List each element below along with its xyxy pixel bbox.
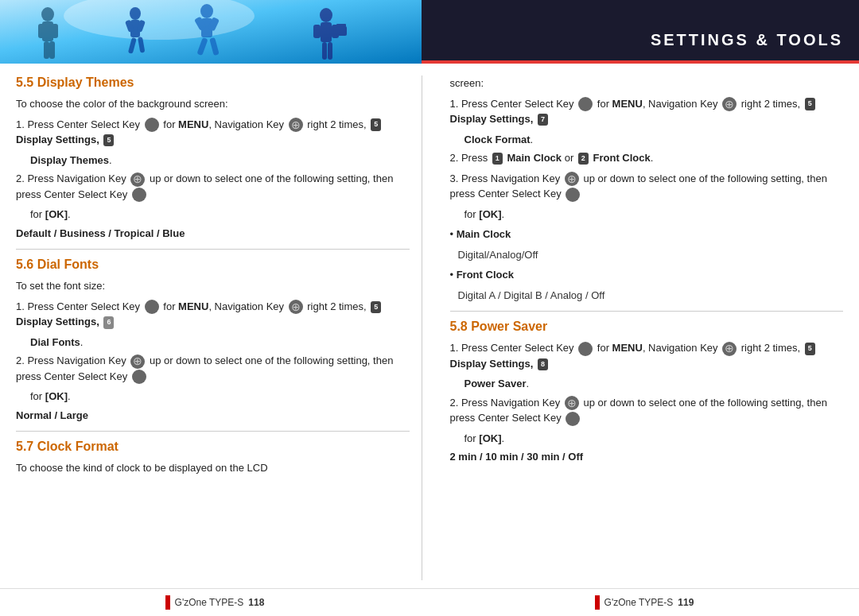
nav-key-icon-4: [130, 354, 145, 369]
step-5-5-1b: Display Themes.: [16, 153, 410, 169]
left-column: 5.5 Display Themes To choose the color o…: [16, 76, 422, 580]
step-5-5-2: 2. Press Navigation Key up or down to se…: [16, 171, 410, 202]
svg-rect-27: [336, 24, 346, 27]
nav-key-icon-3: [289, 300, 303, 314]
footer: G'zOne TYPE-S 118 G'zOne TYPE-S 119: [0, 588, 859, 616]
key-badge-1: 1: [492, 153, 503, 165]
bullet-main-clock-label: • Main Clock: [450, 227, 844, 242]
svg-rect-25: [328, 42, 332, 60]
brand-bar-right: [595, 595, 600, 610]
footer-left: G'zOne TYPE-S 118: [0, 595, 430, 610]
section-heading-5-5: 5.5 Display Themes: [16, 76, 410, 90]
page-number-right: 119: [678, 597, 694, 608]
header-image: [0, 0, 422, 64]
options-5-6: Normal / Large: [16, 408, 410, 424]
footer-brand-right: G'zOne TYPE-S 119: [595, 595, 694, 610]
svg-rect-26: [336, 26, 347, 36]
key-badge-5d: 5: [805, 98, 815, 110]
bullet-main-clock-sub: Digital/Analog/Off: [450, 247, 844, 263]
divider-3: [450, 311, 844, 312]
svg-rect-4: [38, 24, 45, 38]
svg-point-2: [41, 7, 54, 21]
section-5-7: 5.7 Clock Format To choose the kind of c…: [16, 440, 410, 476]
section-5-6-intro: To set the font size:: [16, 278, 410, 294]
step-5-6-2: 2. Press Navigation Key up or down to se…: [16, 353, 410, 384]
center-key-icon-5: [578, 97, 593, 111]
step-5-7-1: 1. Press Center Select Key for MENU, Nav…: [450, 96, 844, 127]
nav-key-icon-2: [130, 172, 145, 187]
brand-name-right: G'zOne TYPE-S: [604, 597, 674, 608]
step-5-8-1b: Power Saver.: [450, 376, 844, 392]
step-5-8-2: 2. Press Navigation Key up or down to se…: [450, 395, 844, 426]
center-key-icon-7: [578, 342, 593, 356]
key-badge-2: 2: [578, 153, 589, 165]
svg-rect-5: [52, 24, 58, 38]
center-key-icon-6: [566, 188, 580, 202]
step-5-5-1: 1. Press Center Select Key for MENU, Nav…: [16, 117, 410, 148]
settings-tools-title: SETTINGS & TOOLS: [651, 31, 843, 57]
svg-rect-22: [313, 25, 321, 38]
options-5-8: 2 min / 10 min / 30 min / Off: [450, 449, 844, 465]
section-5-7-steps: 1. Press Center Select Key for MENU, Nav…: [450, 96, 844, 304]
bullet-main-clock: • Main Clock Digital/Analog/Off: [450, 227, 844, 262]
svg-rect-21: [321, 22, 332, 42]
nav-key-icon-5: [722, 97, 737, 111]
header: SETTINGS & TOOLS: [0, 0, 859, 64]
divider-2: [16, 431, 410, 432]
step-5-5-2b: for [OK].: [16, 207, 410, 223]
right-column: screen: 1. Press Center Select Key for M…: [446, 76, 844, 580]
bullet-front-clock-sub: Digital A / Digital B / Analog / Off: [450, 288, 844, 304]
svg-point-20: [320, 8, 332, 22]
key-badge-5a: 5: [371, 118, 381, 131]
step-5-7-2: 2. Press 1 Main Clock or 2 Front Clock.: [450, 150, 844, 166]
step-5-7-3: 3. Press Navigation Key up or down to se…: [450, 171, 844, 202]
right-intro: screen:: [450, 76, 844, 91]
section-5-5: 5.5 Display Themes To choose the color o…: [16, 76, 410, 241]
nav-key-icon-8: [565, 396, 579, 410]
svg-point-8: [130, 7, 141, 20]
footer-brand-left: G'zOne TYPE-S 118: [165, 595, 265, 610]
section-5-8: 5.8 Power Saver 1. Press Center Select K…: [450, 320, 844, 465]
bullet-front-clock-label: • Front Clock: [450, 267, 844, 283]
section-5-7-intro: To choose the kind of clock to be displa…: [16, 460, 410, 476]
center-key-icon-8: [566, 412, 580, 426]
header-title-bar: SETTINGS & TOOLS: [422, 0, 859, 64]
step-5-6-2b: for [OK].: [16, 389, 410, 405]
step-5-7-3b: for [OK].: [450, 207, 844, 223]
center-key-icon: [145, 118, 159, 132]
svg-rect-24: [322, 42, 327, 60]
section-heading-5-6: 5.6 Dial Fonts: [16, 258, 410, 272]
brand-name-left: G'zOne TYPE-S: [175, 597, 244, 608]
step-5-8-2b: for [OK].: [450, 431, 844, 447]
svg-point-14: [200, 4, 213, 18]
bullet-front-clock: • Front Clock Digital A / Digital B / An…: [450, 267, 844, 303]
nav-key-icon-6: [565, 172, 579, 186]
divider-1: [16, 249, 410, 250]
nav-key-icon-7: [722, 342, 737, 356]
footer-right: G'zOne TYPE-S 119: [430, 595, 859, 610]
section-5-5-intro: To choose the color of the background sc…: [16, 96, 410, 112]
key-badge-5b: 5: [103, 134, 114, 147]
svg-rect-7: [49, 41, 55, 59]
key-badge-6: 6: [103, 316, 114, 329]
page-number-left: 118: [248, 597, 264, 608]
options-5-5: Default / Business / Tropical / Blue: [16, 226, 410, 242]
step-5-6-1b: Dial Fonts.: [16, 335, 410, 351]
key-badge-7: 7: [538, 114, 548, 126]
center-key-icon-3: [145, 300, 159, 314]
key-badge-5c: 5: [371, 301, 381, 314]
main-content: 5.5 Display Themes To choose the color o…: [0, 64, 859, 588]
svg-rect-6: [44, 41, 49, 59]
step-5-6-1: 1. Press Center Select Key for MENU, Nav…: [16, 299, 410, 330]
section-heading-5-7: 5.7 Clock Format: [16, 440, 410, 454]
step-5-8-1: 1. Press Center Select Key for MENU, Nav…: [450, 340, 844, 371]
center-key-icon-4: [132, 370, 146, 384]
nav-key-icon: [289, 118, 303, 132]
section-5-6: 5.6 Dial Fonts To set the font size: 1. …: [16, 258, 410, 423]
step-5-7-1b: Clock Format.: [450, 132, 844, 148]
brand-bar-left: [165, 595, 170, 610]
key-badge-8: 8: [538, 358, 548, 371]
center-key-icon-2: [132, 188, 146, 202]
key-badge-5e: 5: [805, 343, 815, 355]
section-heading-5-8: 5.8 Power Saver: [450, 320, 844, 334]
